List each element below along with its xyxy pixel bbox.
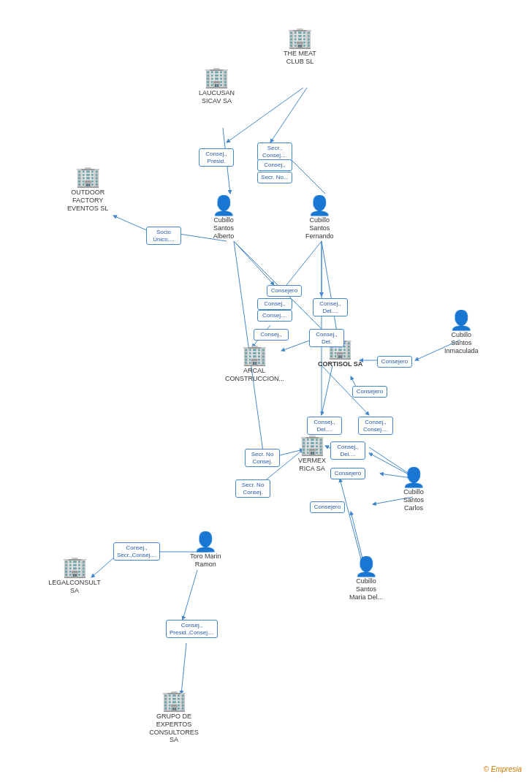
label-cubillo-fernando: Cubillo Santos Fernando [305,216,334,240]
label-arcal: ARCAL CONSTRUCCION... [225,367,284,383]
relation-box-18[interactable]: Secr. No Consej. [245,449,280,467]
node-cubillo-inmaculada: 👤 Cubillo Santos Inmaculada [444,311,479,354]
person-icon-toro: 👤 [194,532,217,551]
relation-box-22[interactable]: Consej., Presid.,Consej.... [166,620,218,638]
node-toro-marin: 👤 Toro Marin Ramon [190,532,221,569]
label-the-meat-club: THE MEAT CLUB SL [284,50,316,66]
relation-box-12[interactable]: Consejero [377,356,412,368]
node-cubillo-fernando: 👤 Cubillo Santos Fernando [305,196,334,240]
person-icon-carlos: 👤 [402,468,425,487]
node-cubillo-maria: 👤 Cubillo Santos Maria Del... [349,557,383,601]
relation-box-1[interactable]: Consej., Presid. [199,148,234,167]
svg-line-6 [234,241,274,285]
node-cubillo-alberto: 👤 Cubillo Santos Alberto [212,196,235,240]
label-cubillo-carlos: Cubillo Santos Carlos [403,488,424,512]
svg-line-29 [181,643,186,694]
node-the-meat-club: 🏢 THE MEAT CLUB SL [284,28,316,66]
node-legalconsult: 🏢 LEGALCONSULT SA [45,557,104,595]
relation-box-9[interactable]: Consej., Del.... [313,298,348,316]
label-cubillo-maria: Cubillo Santos Maria Del... [349,577,383,601]
relation-box-11[interactable]: Consej., Del. [309,329,344,347]
label-cubillo-alberto: Cubillo Santos Alberto [213,216,235,240]
svg-line-15 [322,365,332,415]
label-vermex: VERMEX RICA SA [298,457,326,473]
label-outdoor-factory: OUTDOOR FACTORY EVENTOS SL [67,189,108,212]
relation-box-8[interactable]: Consej.... [257,310,292,322]
svg-line-1 [227,88,303,143]
watermark: © Empresia [484,765,522,773]
node-outdoor-factory: 🏢 OUTDOOR FACTORY EVENTOS SL [67,167,108,212]
building-icon-outdoor: 🏢 [75,167,101,187]
label-grupo-expertos: GRUPO DE EXPERTOS CONSULTORES SA [145,713,203,744]
building-icon-arcal: 🏢 [242,345,267,365]
svg-line-31 [322,241,338,336]
person-icon-alberto: 👤 [212,196,235,215]
svg-line-28 [183,570,197,620]
relation-box-7[interactable]: Consej., [257,298,292,310]
person-icon-maria: 👤 [354,557,378,576]
relation-box-2[interactable]: Secr., Consej.... [257,143,292,161]
relation-box-17[interactable]: Consejero [330,468,365,479]
node-cubillo-carlos: 👤 Cubillo Santos Carlos [402,468,425,512]
relation-box-6[interactable]: Consejero [267,285,302,297]
relation-box-20[interactable]: Consejero [310,501,345,513]
relation-box-14[interactable]: Consej., Del.... [307,417,342,435]
relation-box-19[interactable]: Secr. No Consej. [235,479,270,498]
building-icon-legalconsult: 🏢 [62,557,88,577]
relation-box-4[interactable]: Secr. No... [257,172,292,183]
building-icon-meat-club: 🏢 [287,28,313,48]
label-toro-marin: Toro Marin Ramon [190,553,221,569]
label-cubillo-inmaculada: Cubillo Santos Inmaculada [444,331,479,354]
svg-line-0 [270,88,307,143]
node-vermex: 🏢 VERMEX RICA SA [298,435,326,473]
relation-box-10[interactable]: Consej., [254,329,289,341]
label-legalconsult: LEGALCONSULT SA [45,579,104,595]
relation-box-5[interactable]: Socio Único,... [146,227,181,245]
building-icon-vermex: 🏢 [300,435,325,455]
watermark-copyright: © [484,765,489,773]
relation-box-16[interactable]: Consej., Del.... [330,441,365,460]
person-icon-inmaculada: 👤 [449,311,473,330]
node-grupo-expertos: 🏢 GRUPO DE EXPERTOS CONSULTORES SA [145,691,203,744]
building-icon-laucusan: 🏢 [204,67,229,88]
relation-box-13[interactable]: Consejero [352,386,387,398]
relation-box-15[interactable]: Consej., Consej.... [358,417,393,435]
node-laucusan: 🏢 LAUCUSAN SICAV SA [199,67,235,105]
building-icon-grupo: 🏢 [162,691,187,711]
label-laucusan: LAUCUSAN SICAV SA [199,89,235,105]
node-arcal: 🏢 ARCAL CONSTRUCCION... [225,345,284,383]
person-icon-fernando: 👤 [308,196,331,215]
relation-box-21[interactable]: Consej., Secr.,Consej.... [113,542,160,561]
label-cortisol: CORTISOL SA [318,360,362,368]
watermark-brand: Empresia [491,765,522,773]
relation-box-3[interactable]: Consej., [257,159,292,171]
